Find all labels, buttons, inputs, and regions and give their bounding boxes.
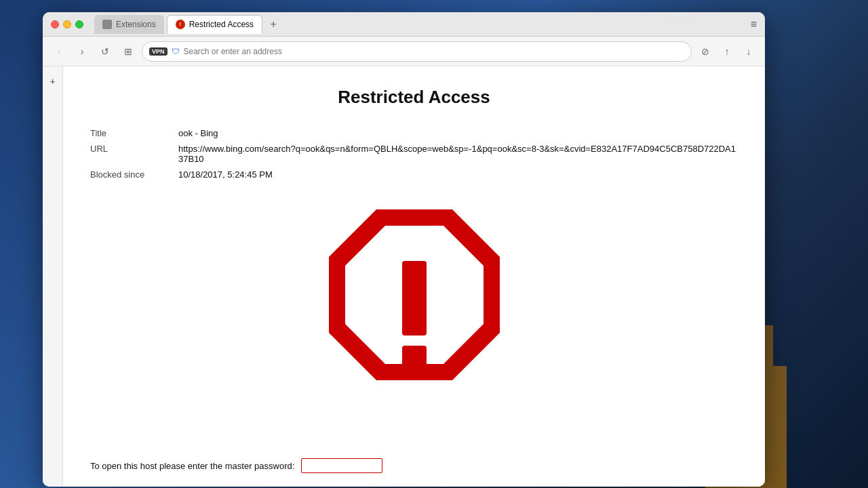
tabs-area: Extensions ! Restricted Access + ≡ — [94, 15, 757, 34]
page-title: Restricted Access — [90, 87, 738, 108]
browser-body: + Restricted Access Title ook - Bing URL… — [43, 66, 765, 487]
info-table: Title ook - Bing URL https://www.bing.co… — [90, 128, 738, 180]
shield-icon: 🛡 — [172, 47, 180, 56]
refresh-button[interactable]: ↺ — [96, 42, 115, 61]
vpn-badge: VPN — [149, 47, 167, 56]
titlebar: Extensions ! Restricted Access + ≡ — [43, 12, 765, 37]
restricted-icon: ! — [176, 20, 185, 29]
info-row-blocked: Blocked since 10/18/2017, 5:24:45 PM — [90, 169, 738, 180]
back-button[interactable]: ‹ — [50, 42, 68, 61]
sidebar-add-button[interactable]: + — [45, 73, 61, 89]
tab-extensions-label: Extensions — [116, 20, 156, 29]
address-bar[interactable]: VPN 🛡 — [142, 41, 692, 62]
stop-button[interactable]: ⊘ — [696, 42, 715, 61]
download-button[interactable]: ↓ — [739, 42, 758, 61]
share-button[interactable]: ↑ — [717, 42, 736, 61]
blocked-label: Blocked since — [90, 169, 151, 180]
toolbar: ‹ › ↺ ⊞ VPN 🛡 ⊘ ↑ ↓ — [43, 37, 765, 66]
info-row-url: URL https://www.bing.com/search?q=ook&qs… — [90, 144, 738, 164]
blocked-value: 10/18/2017, 5:24:45 PM — [178, 169, 273, 180]
tabs-overview-button[interactable]: ⊞ — [119, 42, 138, 61]
url-label: URL — [90, 144, 151, 164]
content-wrapper: Restricted Access Title ook - Bing URL h… — [63, 66, 765, 487]
tab-restricted-access[interactable]: ! Restricted Access — [167, 15, 262, 34]
traffic-lights — [51, 20, 83, 28]
forward-button[interactable]: › — [73, 42, 92, 61]
address-input[interactable] — [184, 47, 684, 56]
browser-menu-button[interactable]: ≡ — [751, 18, 757, 30]
tab-restricted-label: Restricted Access — [189, 20, 254, 29]
browser-window: Extensions ! Restricted Access + ≡ ‹ › ↺ — [43, 12, 765, 487]
title-label: Title — [90, 128, 151, 138]
maximize-button[interactable] — [75, 20, 83, 28]
extensions-icon — [102, 20, 112, 29]
master-password-input[interactable] — [301, 458, 382, 473]
minimize-button[interactable] — [63, 20, 71, 28]
tab-extensions[interactable]: Extensions — [94, 15, 164, 34]
stop-sign-icon — [319, 200, 509, 390]
password-area: To open this host please enter the maste… — [90, 458, 382, 473]
sidebar: + — [43, 66, 63, 487]
add-tab-button[interactable]: + — [265, 16, 281, 33]
close-button[interactable] — [51, 20, 59, 28]
url-value: https://www.bing.com/search?q=ook&qs=n&f… — [178, 144, 738, 164]
svg-rect-3 — [402, 346, 427, 370]
content: Restricted Access Title ook - Bing URL h… — [63, 66, 765, 451]
toolbar-right: ⊘ ↑ ↓ — [696, 42, 758, 61]
title-value: ook - Bing — [178, 128, 218, 138]
password-prompt: To open this host please enter the maste… — [90, 461, 294, 471]
info-row-title: Title ook - Bing — [90, 128, 738, 138]
svg-rect-2 — [402, 261, 427, 336]
stop-sign-container — [90, 200, 738, 390]
